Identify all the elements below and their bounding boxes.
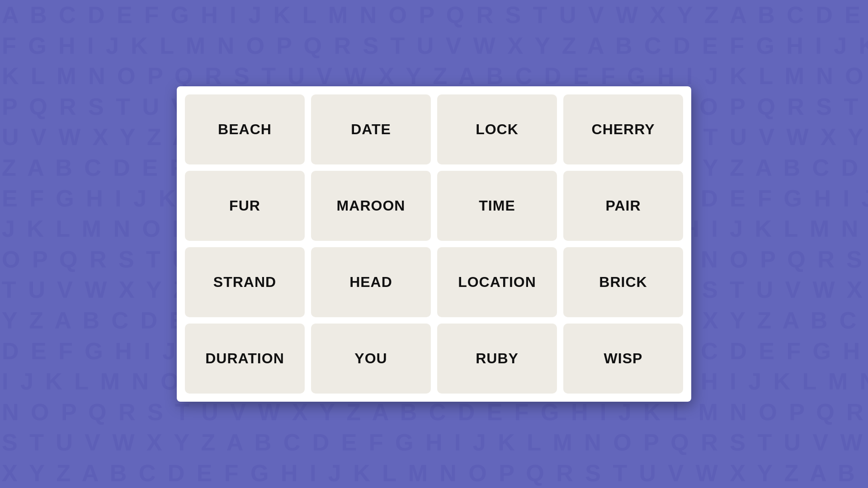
word-card-date[interactable]: DATE — [311, 94, 431, 164]
word-label-beach: BEACH — [218, 121, 272, 138]
word-label-wisp: WISP — [604, 350, 643, 367]
word-label-location: LOCATION — [458, 274, 536, 291]
word-card-fur[interactable]: FUR — [185, 171, 305, 241]
word-label-pair: PAIR — [605, 197, 641, 214]
word-card-beach[interactable]: BEACH — [185, 94, 305, 164]
word-label-you: YOU — [354, 350, 387, 367]
word-grid: BEACHDATELOCKCHERRYFURMAROONTIMEPAIRSTRA… — [177, 86, 691, 402]
word-card-head[interactable]: HEAD — [311, 247, 431, 317]
word-label-time: TIME — [479, 197, 515, 214]
word-label-fur: FUR — [229, 197, 260, 214]
word-card-you[interactable]: YOU — [311, 324, 431, 394]
word-label-cherry: CHERRY — [592, 121, 655, 138]
word-label-brick: BRICK — [599, 274, 647, 291]
word-label-lock: LOCK — [476, 121, 519, 138]
word-card-ruby[interactable]: RUBY — [437, 324, 557, 394]
word-card-pair[interactable]: PAIR — [563, 171, 683, 241]
word-card-location[interactable]: LOCATION — [437, 247, 557, 317]
word-label-strand: STRAND — [213, 274, 276, 291]
word-card-wisp[interactable]: WISP — [563, 324, 683, 394]
word-label-date: DATE — [351, 121, 391, 138]
word-card-lock[interactable]: LOCK — [437, 94, 557, 164]
word-card-strand[interactable]: STRAND — [185, 247, 305, 317]
word-card-time[interactable]: TIME — [437, 171, 557, 241]
word-label-head: HEAD — [349, 274, 392, 291]
word-card-brick[interactable]: BRICK — [563, 247, 683, 317]
word-label-maroon: MAROON — [337, 197, 406, 214]
word-card-cherry[interactable]: CHERRY — [563, 94, 683, 164]
word-card-maroon[interactable]: MAROON — [311, 171, 431, 241]
word-label-duration: DURATION — [205, 350, 284, 367]
word-card-duration[interactable]: DURATION — [185, 324, 305, 394]
word-label-ruby: RUBY — [476, 350, 519, 367]
